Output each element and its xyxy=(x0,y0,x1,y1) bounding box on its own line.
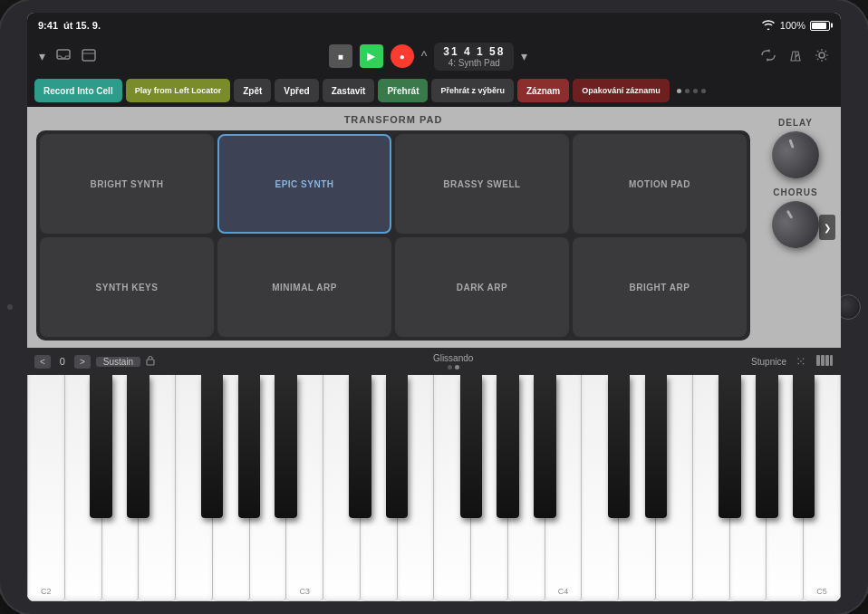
ipad-frame: 9:41 út 15. 9. 100% ▾ xyxy=(0,0,868,614)
position-top: 31 4 1 58 xyxy=(443,45,505,58)
black-key[interactable] xyxy=(90,375,111,518)
side-indicator xyxy=(7,304,13,310)
black-key[interactable] xyxy=(201,375,223,518)
page-dots xyxy=(677,89,706,93)
play-from-left-button[interactable]: Play from Left Locator xyxy=(126,79,231,102)
pad-cell-brassy-swell[interactable]: BRASSY SWELL xyxy=(395,134,569,234)
svg-rect-7 xyxy=(147,360,154,365)
pad-cell-synth-keys[interactable]: SYNTH KEYS xyxy=(40,237,214,337)
play-button[interactable]: ▶ xyxy=(360,44,383,68)
toolbar: ▾ ■ ▶ ● ^ xyxy=(27,38,841,74)
black-key[interactable] xyxy=(608,375,630,518)
sustain-lock-icon xyxy=(146,355,155,368)
prehrat-z-vyberu-button[interactable]: Přehrát z výběru xyxy=(431,79,514,102)
pad-cell-bright-synth[interactable]: BRIGHT SYNTH xyxy=(40,134,214,234)
record-button[interactable]: ● xyxy=(391,44,414,68)
black-key[interactable] xyxy=(127,375,149,518)
wifi-icon xyxy=(761,19,776,32)
pad-label-brassy-swell: BRASSY SWELL xyxy=(439,176,524,193)
zastavit-button[interactable]: Zastavit xyxy=(323,79,375,102)
transform-section: TRANSFORM PAD BRIGHT SYNTH EPIC SYNTH BR… xyxy=(27,107,841,348)
pad-grid: BRIGHT SYNTH EPIC SYNTH BRASSY SWELL MOT… xyxy=(36,130,750,341)
svg-rect-11 xyxy=(830,355,833,366)
position-dropdown-button[interactable]: ▾ xyxy=(521,49,527,63)
screen: 9:41 út 15. 9. 100% ▾ xyxy=(27,13,841,601)
svg-rect-1 xyxy=(82,50,95,61)
chorus-knob[interactable] xyxy=(763,192,827,256)
page-dot-4 xyxy=(701,89,706,93)
page-dot-3 xyxy=(693,89,698,93)
scale-label: Stupnice xyxy=(751,357,786,367)
pad-cell-minimal-arp[interactable]: MINIMAL ARP xyxy=(217,237,391,337)
zpet-button[interactable]: Zpět xyxy=(234,79,271,102)
dots-icon[interactable]: ⁙ xyxy=(796,354,806,369)
opakovani-zaznamu-button[interactable]: Opakování záznamu xyxy=(573,79,670,102)
status-date: út 15. 9. xyxy=(63,20,101,31)
metronome-icon[interactable] xyxy=(786,45,805,68)
white-key[interactable]: C2 xyxy=(27,375,65,601)
pad-label-bright-synth: BRIGHT SYNTH xyxy=(87,176,168,193)
dropdown-arrow-icon[interactable]: ▾ xyxy=(36,46,48,66)
svg-rect-8 xyxy=(816,355,820,366)
black-key[interactable] xyxy=(645,375,667,518)
battery-label: 100% xyxy=(780,20,805,31)
svg-rect-10 xyxy=(825,355,829,366)
transform-pad-title: TRANSFORM PAD xyxy=(36,114,750,125)
chorus-knob-container xyxy=(772,201,819,248)
pad-label-minimal-arp: MINIMAL ARP xyxy=(268,279,341,296)
position-display[interactable]: 31 4 1 58 4: Synth Pad xyxy=(434,43,514,71)
pad-cell-dark-arp[interactable]: DARK ARP xyxy=(395,237,569,337)
settings-icon[interactable] xyxy=(812,45,832,68)
pad-label-dark-arp: DARK ARP xyxy=(453,279,511,296)
position-bottom: 4: Synth Pad xyxy=(448,58,500,68)
transform-pad-area: TRANSFORM PAD BRIGHT SYNTH EPIC SYNTH BR… xyxy=(36,114,750,341)
record-into-cell-button[interactable]: Record Into Cell xyxy=(34,79,122,102)
window-icon[interactable] xyxy=(79,46,99,67)
black-key[interactable] xyxy=(534,375,555,518)
prehrat-button[interactable]: Přehrát xyxy=(378,79,428,102)
battery-icon xyxy=(810,21,830,31)
zaznam-button[interactable]: Záznam xyxy=(517,79,569,102)
pad-cell-bright-arp[interactable]: BRIGHT ARP xyxy=(573,237,747,337)
black-key[interactable] xyxy=(497,375,518,518)
svg-point-6 xyxy=(819,53,825,58)
pad-label-bright-arp: BRIGHT ARP xyxy=(626,279,694,296)
glissando-label: Glissando xyxy=(433,353,473,363)
octave-up-button[interactable]: > xyxy=(74,355,91,369)
black-key[interactable] xyxy=(386,375,408,518)
keyboard-layout-icon[interactable] xyxy=(815,354,834,369)
status-bar: 9:41 út 15. 9. 100% xyxy=(27,13,841,38)
inbox-icon[interactable] xyxy=(53,46,73,67)
black-key[interactable] xyxy=(275,375,296,518)
delay-knob[interactable] xyxy=(766,125,826,186)
octave-number: 0 xyxy=(56,356,69,367)
pad-cell-motion-pad[interactable]: MOTION PAD xyxy=(573,134,747,234)
pad-label-synth-keys: SYNTH KEYS xyxy=(92,279,162,296)
main-content: TRANSFORM PAD BRIGHT SYNTH EPIC SYNTH BR… xyxy=(27,107,841,601)
black-key[interactable] xyxy=(756,375,777,518)
delay-knob-container xyxy=(772,131,819,178)
stop-button[interactable]: ■ xyxy=(329,44,352,68)
next-panel-button[interactable]: ❯ xyxy=(819,215,835,240)
octave-down-button[interactable]: < xyxy=(34,355,51,369)
sustain-button[interactable]: Sustain xyxy=(96,357,140,367)
page-dot-1 xyxy=(677,89,681,93)
svg-rect-9 xyxy=(821,355,825,366)
pad-label-epic-synth: EPIC SYNTH xyxy=(271,176,337,193)
sustain-label: Sustain xyxy=(103,357,133,367)
page-dot-2 xyxy=(685,89,690,93)
effects-panel: DELAY ❯ CHORUS xyxy=(759,114,832,341)
delay-label: DELAY xyxy=(778,118,813,128)
black-key[interactable] xyxy=(349,375,371,518)
status-time: 9:41 xyxy=(38,20,58,31)
black-key[interactable] xyxy=(719,375,740,518)
piano-controls-bar: < 0 > Sustain Glissando xyxy=(27,348,841,375)
position-up-button[interactable]: ^ xyxy=(421,49,428,63)
black-key[interactable] xyxy=(793,375,815,518)
black-key[interactable] xyxy=(460,375,482,518)
pad-cell-epic-synth[interactable]: EPIC SYNTH xyxy=(217,134,391,234)
vpred-button[interactable]: Vpřed xyxy=(275,79,318,102)
black-key[interactable] xyxy=(238,375,260,518)
chorus-section: CHORUS xyxy=(772,187,819,248)
loop-icon[interactable] xyxy=(757,46,779,67)
